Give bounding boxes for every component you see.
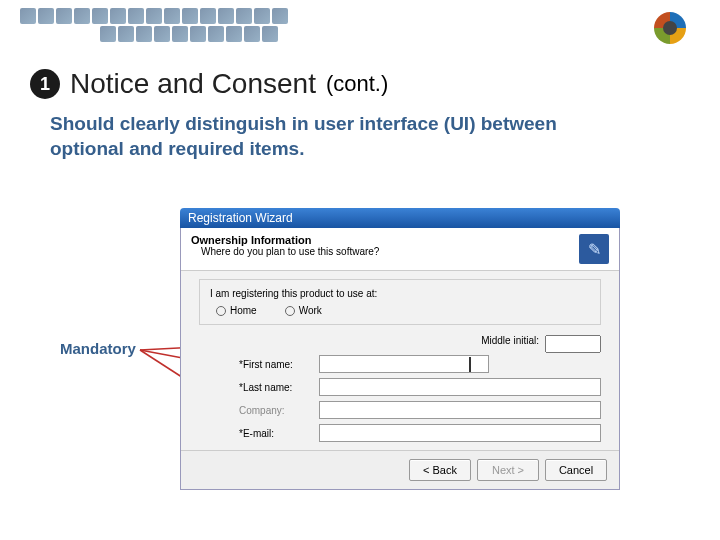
company-label: Company:	[239, 405, 311, 416]
email-label: *E-mail:	[239, 428, 311, 439]
banner-title: Ownership Information	[191, 234, 379, 246]
last-name-label: *Last name:	[239, 382, 311, 393]
first-name-label: *First name:	[239, 359, 311, 370]
radio-home-label: Home	[230, 305, 257, 316]
dialog-titlebar: Registration Wizard	[180, 208, 620, 228]
middle-initial-input[interactable]	[545, 335, 601, 353]
heading-continued: (cont.)	[326, 71, 388, 97]
radio-work-label: Work	[299, 305, 322, 316]
mandatory-annotation: Mandatory	[60, 340, 136, 357]
usage-location-group: I am registering this product to use at:…	[199, 279, 601, 325]
shield-logo-icon	[650, 8, 690, 48]
first-name-input[interactable]	[319, 355, 489, 373]
next-button[interactable]: Next >	[477, 459, 539, 481]
slide-heading: 1 Notice and Consent (cont.)	[30, 68, 720, 100]
back-button[interactable]: < Back	[409, 459, 471, 481]
banner-icon: ✎	[579, 234, 609, 264]
text-cursor-icon	[469, 357, 471, 372]
dialog-banner: Ownership Information Where do you plan …	[181, 228, 619, 271]
radio-work[interactable]: Work	[285, 305, 322, 316]
middle-initial-label: Middle initial:	[481, 335, 539, 353]
radio-icon	[216, 306, 226, 316]
slide-subheading: Should clearly distinguish in user inter…	[50, 112, 610, 161]
email-input[interactable]	[319, 424, 601, 442]
group-label: I am registering this product to use at:	[210, 288, 590, 299]
last-name-input[interactable]	[319, 378, 601, 396]
banner-subtitle: Where do you plan to use this software?	[201, 246, 379, 257]
step-number-badge: 1	[30, 69, 60, 99]
decorative-header	[0, 0, 720, 52]
cancel-button[interactable]: Cancel	[545, 459, 607, 481]
radio-home[interactable]: Home	[216, 305, 257, 316]
company-input[interactable]	[319, 401, 601, 419]
registration-dialog: Registration Wizard Ownership Informatio…	[180, 208, 620, 490]
radio-icon	[285, 306, 295, 316]
heading-title: Notice and Consent	[70, 68, 316, 100]
